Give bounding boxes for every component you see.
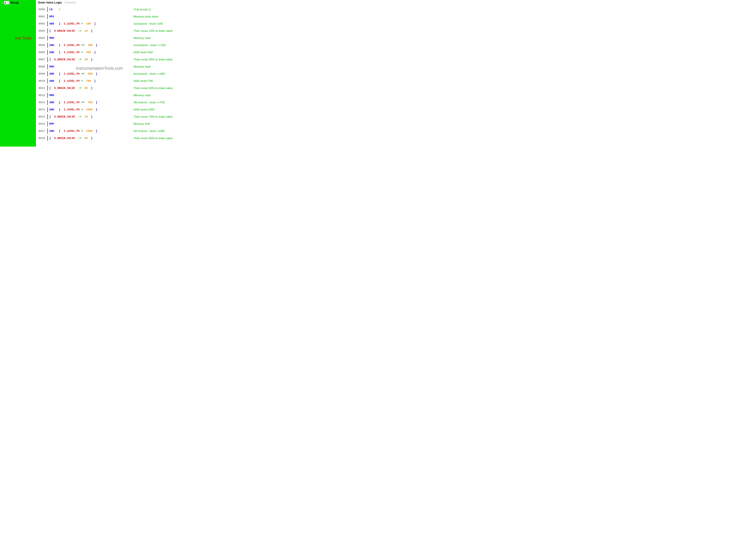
line-separator [47,35,48,41]
token-orange: 1000 [86,129,92,133]
token-blue: AND [49,51,54,54]
line-comment: Then move 90% to drain valve [134,137,173,140]
code-line[interactable]: 0017AND [ I_LEVEL_PV > 1000 ]5th branch … [37,127,193,135]
token-red: I_LEVEL_PV [64,108,80,111]
line-separator [47,57,48,62]
line-number: 0015 [37,115,46,118]
code-tokens[interactable]: [ O_DRAIN_VALVE := 10 ] [49,29,92,32]
code-line[interactable]: 0004MRDMemory read [37,34,193,42]
token-blue: MRD [49,94,54,97]
token-sp [80,22,81,25]
line-comment: AND level<700 [134,79,153,83]
code-tokens[interactable]: LD 1 [49,8,61,11]
code-tokens[interactable]: AND [ I_LEVEL_PV < 1000 ] [49,108,97,111]
code-tokens[interactable]: MRD [49,37,54,40]
code-tokens[interactable]: MPP [49,122,54,125]
language-select[interactable]: IL [4,1,9,4]
token-navy: ] [91,87,92,90]
line-number: 0004 [37,37,46,40]
token-red: I_LEVEL_PV [64,79,80,82]
code-tokens[interactable]: [ O_DRAIN_VALVE := 90 ] [49,137,92,140]
code-line[interactable]: 0014AND [ I_LEVEL_PV < 1000 ]AND level<1… [37,106,193,113]
token-green: > [81,129,83,133]
code-tokens[interactable]: MRD [49,65,54,68]
code-tokens[interactable]: AND [ I_LEVEL_PV >= 700 ] [49,101,97,104]
code-line[interactable]: 0007[ O_DRAIN_VALVE := 30 ]Then move 30%… [37,56,193,63]
code-editor[interactable]: Drain Valve Logic Comment 0000LD 1True (… [36,0,195,147]
token-sp [80,129,81,133]
code-line[interactable]: 0016MPPMemory PoP [37,120,193,127]
sidebar: ✓ IL Rung1 Inst Tools [0,0,35,147]
code-line[interactable]: 0003[ O_DRAIN_VALVE := 10 ]Then move 10%… [37,27,193,34]
code-tokens[interactable]: AND [ I_LEVEL_PV < 700 ] [49,79,96,82]
code-tokens[interactable]: AND [ I_LEVEL_PV > 1000 ] [49,129,97,133]
line-separator [47,114,48,119]
code-line[interactable]: 0008MRDMemory read [37,63,193,70]
token-orange: 700 [86,79,91,82]
token-sp [88,87,91,90]
code-line[interactable]: 0002AND [ I_LEVEL_PV < 100 ]1st branch -… [37,20,193,27]
token-sp [54,129,59,133]
token-blue: MRD [49,65,54,68]
code-tokens[interactable]: AND [ I_LEVEL_PV < 100 ] [49,22,96,25]
token-navy: [ [49,137,54,140]
token-sp [92,72,96,75]
code-line[interactable]: 0001MPSMemory push store [37,13,193,20]
check-icon: ✓ [1,2,3,4]
code-tokens[interactable]: [ O_DRAIN_VALVE := 70 ] [49,115,92,118]
code-tokens[interactable]: MRD [49,94,54,97]
token-sp [81,58,84,61]
code-tokens[interactable]: [ O_DRAIN_VALVE := 30 ] [49,58,92,61]
code-tokens[interactable]: AND [ I_LEVEL_PV < 450 ] [49,51,96,54]
token-navy: ] [94,79,96,82]
token-sp [54,51,59,54]
token-orange: 70 [84,115,88,118]
code-line[interactable]: 0012MRDMemory read [37,91,193,99]
code-line[interactable]: 0018[ O_DRAIN_VALVE := 90 ]Then move 90%… [37,135,193,142]
token-orange: 700 [88,101,92,104]
code-tokens[interactable]: MPS [49,15,54,18]
token-navy: [ [59,79,64,82]
line-number: 0016 [37,122,46,125]
token-blue: AND [49,44,54,47]
rung-label: Rung1 [10,1,19,4]
line-number: 0005 [37,44,46,47]
token-sp [75,137,78,140]
code-line[interactable]: 0006AND [ I_LEVEL_PV < 450 ]AND level<45… [37,49,193,56]
line-comment: 3rd branch - level >=450 [134,72,165,75]
code-line[interactable]: 0015[ O_DRAIN_VALVE := 70 ]Then move 70%… [37,113,193,120]
line-number: 0018 [37,137,46,140]
token-blue: AND [49,72,54,75]
token-orange: 90 [84,137,88,140]
token-navy: ] [96,108,98,111]
token-navy: [ [49,29,54,32]
token-red: I_LEVEL_PV [64,22,80,25]
line-comment: 4th branch - level >=700 [134,101,165,104]
code-tokens[interactable]: AND [ I_LEVEL_PV >= 100 ] [49,44,97,47]
token-sp [81,115,84,118]
watermark-sidebar: Inst Tools [15,36,32,40]
token-navy: [ [49,58,54,61]
token-navy: ] [91,58,92,61]
code-container[interactable]: 0000LD 1True (Load 1)0001MPSMemory push … [37,6,193,142]
token-navy: ] [94,22,96,25]
code-line[interactable]: 0009AND [ I_LEVEL_PV >= 450 ]3rd branch … [37,70,193,77]
code-tokens[interactable]: [ O_DRAIN_VALVE := 50 ] [49,87,92,90]
code-line[interactable]: 0013AND [ I_LEVEL_PV >= 700 ]4th branch … [37,99,193,106]
code-line[interactable]: 0010AND [ I_LEVEL_PV < 700 ]AND level<70… [37,77,193,84]
token-navy: ] [94,51,96,54]
code-line[interactable]: 0005AND [ I_LEVEL_PV >= 100 ]2nd branch … [37,42,193,49]
token-green: < [81,108,83,111]
code-line[interactable]: 0000LD 1True (Load 1) [37,6,193,13]
line-number: 0011 [37,87,46,90]
line-comment: Memory read [134,36,151,40]
code-tokens[interactable]: AND [ I_LEVEL_PV >= 450 ] [49,72,97,75]
token-navy: ] [96,129,98,133]
line-separator [47,85,48,91]
rung-comment-placeholder[interactable]: Comment [64,1,76,4]
token-blue: MPP [49,122,54,125]
line-separator [47,93,48,98]
code-line[interactable]: 0011[ O_DRAIN_VALVE := 50 ]Then move 50%… [37,84,193,91]
line-separator [47,136,48,141]
language-select-wrap[interactable]: IL [4,1,9,4]
